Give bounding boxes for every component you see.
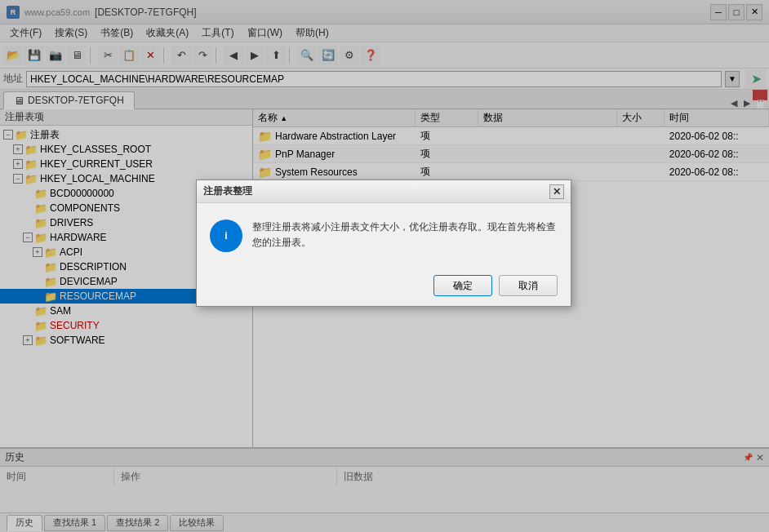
modal-overlay: 注册表整理 ✕ i 整理注册表将减小注册表文件大小，优化注册表存取。现在首先将检…: [0, 0, 769, 532]
modal-message: 整理注册表将减小注册表文件大小，优化注册表存取。现在首先将检查您的注册表。: [252, 219, 558, 252]
modal-title: 注册表整理: [203, 184, 252, 198]
modal-close-button[interactable]: ✕: [549, 184, 564, 199]
modal-ok-button[interactable]: 确定: [433, 275, 492, 296]
modal-cancel-button[interactable]: 取消: [499, 275, 558, 296]
modal-dialog: 注册表整理 ✕ i 整理注册表将减小注册表文件大小，优化注册表存取。现在首先将检…: [196, 180, 571, 307]
modal-title-bar: 注册表整理 ✕: [197, 180, 571, 203]
modal-info-icon: i: [210, 219, 242, 252]
modal-content: i 整理注册表将减小注册表文件大小，优化注册表存取。现在首先将检查您的注册表。: [197, 203, 571, 268]
modal-buttons: 确定 取消: [197, 268, 571, 306]
